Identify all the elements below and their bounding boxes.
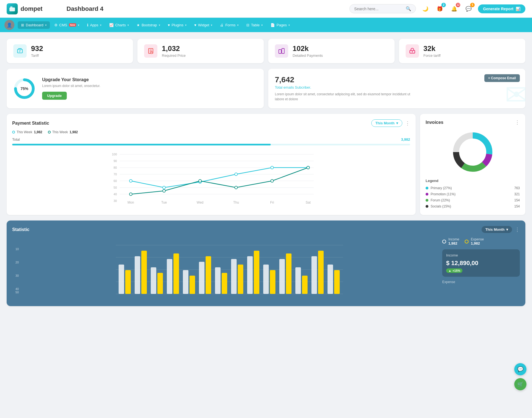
svg-text:30: 30	[114, 199, 117, 202]
expense-label: Expense	[471, 237, 484, 241]
chat-btn[interactable]: 💬 5	[464, 4, 474, 14]
bootstrap-icon: ★	[137, 23, 140, 27]
income-box: Income $ 12,890,00 ▲ +15%	[442, 249, 520, 277]
chevron-down-icon-widget: ▾	[211, 24, 212, 27]
nav-item-bootstrap[interactable]: ★ Bootstrap ▾	[133, 21, 163, 29]
nav-label-apps: Apps	[90, 23, 98, 27]
progress-bar	[12, 144, 410, 145]
nav-label-pages: Pages	[277, 23, 287, 27]
required-price-number: 1,032	[162, 44, 186, 53]
svg-rect-13	[282, 48, 284, 53]
support-fab[interactable]: 💬	[514, 363, 526, 375]
svg-rect-70	[190, 276, 195, 294]
apps-icon: ℹ	[87, 23, 88, 27]
nav-item-pages[interactable]: 📄 Pages ▾	[267, 21, 293, 29]
chevron-down-icon-pages: ▾	[288, 24, 290, 27]
svg-rect-61	[119, 265, 124, 294]
svg-rect-71	[199, 262, 204, 294]
statistic-content: 50 40 30 20 10	[12, 237, 520, 301]
stat-cards-grid: 932 Tariff 1,032 Required Price 102k Det…	[7, 39, 525, 63]
page-title: Dashboard 4	[66, 5, 103, 12]
bar-y-label-30: 30	[12, 274, 19, 277]
nav-avatar: 👤	[4, 20, 14, 30]
this-month-button[interactable]: This Month ▾	[371, 119, 402, 127]
chevron-down-icon-cms: ▾	[78, 24, 79, 27]
svg-text:Mon: Mon	[127, 201, 134, 204]
svg-rect-68	[173, 253, 179, 294]
upgrade-button[interactable]: Upgrade	[42, 92, 67, 100]
chevron-down-icon-forms: ▾	[237, 24, 239, 27]
svg-rect-85	[311, 256, 317, 294]
svg-rect-66	[157, 273, 163, 294]
invoices-more-icon[interactable]: ⋮	[515, 119, 520, 125]
income-dot	[442, 240, 446, 243]
generate-report-button[interactable]: Generate Report 📊	[478, 4, 525, 13]
nav-label-plugins: Plugins	[172, 23, 183, 27]
progress-fill	[12, 144, 271, 145]
svg-rect-83	[295, 267, 301, 294]
svg-rect-74	[222, 273, 227, 294]
income-box-title: Income	[446, 253, 516, 257]
svg-rect-63	[135, 256, 140, 294]
income-value: 1,982	[448, 241, 459, 245]
storage-text: Upgrade Your Storage Lorem ipsum dolor s…	[42, 77, 100, 100]
svg-rect-77	[247, 256, 253, 294]
inv-dot-promotion	[426, 193, 428, 196]
bar-chart-icon: 📊	[516, 7, 520, 11]
storage-description: Lorem ipsum dolor sit amet, onsectetur.	[42, 84, 100, 88]
dashboard-icon: ⊞	[21, 23, 24, 27]
nav-label-dashboard: Dashboard	[26, 23, 44, 27]
svg-text:80: 80	[114, 166, 117, 169]
storage-percentage: 75%	[21, 86, 28, 91]
svg-rect-64	[141, 251, 147, 294]
svg-rect-80	[270, 270, 275, 294]
stat-card-required-price: 1,032 Required Price	[137, 39, 264, 63]
inv-legend-item-1: Promotion (11%) 321	[426, 191, 520, 197]
legend-label-2: This Week	[52, 130, 68, 134]
email-subtitle: Total emails Subcriber.	[275, 85, 519, 89]
theme-toggle-btn[interactable]: 🌙	[420, 4, 430, 14]
force-tariff-icon	[406, 44, 419, 58]
bar-y-label-20: 20	[12, 261, 19, 264]
charts-row: Payment Statistic This Month ▾ ⋮ This We…	[7, 114, 525, 215]
chat-badge: 5	[470, 3, 475, 7]
inc-exp-row: Income 1,982 Expense 1,982	[442, 237, 520, 245]
nav-item-charts[interactable]: 📈 Charts ▾	[106, 21, 132, 29]
income-expense-panel: Income 1,982 Expense 1,982 Income	[442, 237, 520, 301]
gift-icon-btn[interactable]: 🎁 2	[435, 4, 445, 14]
notification-btn[interactable]: 🔔 12	[449, 4, 459, 14]
nav-item-plugins[interactable]: ♥ Plugins ▾	[165, 21, 190, 29]
svg-rect-79	[263, 265, 269, 294]
chart-controls: This Month ▾ ⋮	[371, 119, 410, 127]
svg-rect-75	[231, 259, 237, 294]
expense-label-section: Expense	[442, 280, 520, 284]
nav-item-forms[interactable]: 🖨 Forms ▾	[217, 21, 242, 29]
fab-container: 💬 🛒	[514, 363, 526, 390]
income-box-amount: $ 12,890,00	[446, 260, 516, 267]
inv-label-socials: Socials (15%)	[431, 204, 451, 208]
search-input[interactable]	[354, 7, 403, 11]
up-arrow-icon: ▲	[448, 269, 451, 272]
nav-label-charts: Charts	[115, 23, 126, 27]
bar-y-label-10: 10	[12, 247, 19, 251]
svg-rect-87	[328, 265, 333, 294]
nav-item-widget[interactable]: ♥ Widget ▾	[191, 21, 216, 29]
statistic-this-month-button[interactable]: This Month ▾	[482, 226, 512, 233]
cart-fab[interactable]: 🛒	[514, 378, 526, 390]
logo-text: dompet	[21, 5, 42, 12]
chevron-down-icon-apps: ▾	[100, 24, 101, 27]
svg-rect-86	[318, 251, 324, 294]
svg-text:Thu: Thu	[233, 201, 239, 204]
statistic-more-icon[interactable]: ⋮	[515, 227, 520, 233]
pages-icon: 📄	[270, 23, 275, 27]
nav-item-cms[interactable]: ⚙ CMS New ▾	[51, 21, 83, 29]
line-chart-svg: 100 90 80 70 60 50 40 30	[12, 149, 410, 204]
nav-item-apps[interactable]: ℹ Apps ▾	[84, 21, 105, 29]
chevron-down-icon: ▾	[45, 24, 47, 27]
more-options-icon[interactable]: ⋮	[405, 120, 410, 126]
nav-item-table[interactable]: ⊟ Table ▾	[243, 21, 266, 29]
svg-point-37	[271, 166, 273, 169]
cms-icon: ⚙	[54, 23, 58, 27]
nav-item-dashboard[interactable]: ⊞ Dashboard ▾	[18, 21, 50, 29]
inv-value-promotion: 321	[514, 192, 520, 196]
